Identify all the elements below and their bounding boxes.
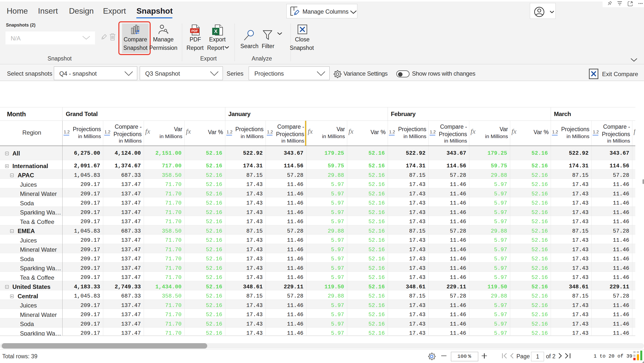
svg-text:PDF: PDF	[191, 29, 198, 33]
svg-text:X: X	[214, 28, 218, 34]
